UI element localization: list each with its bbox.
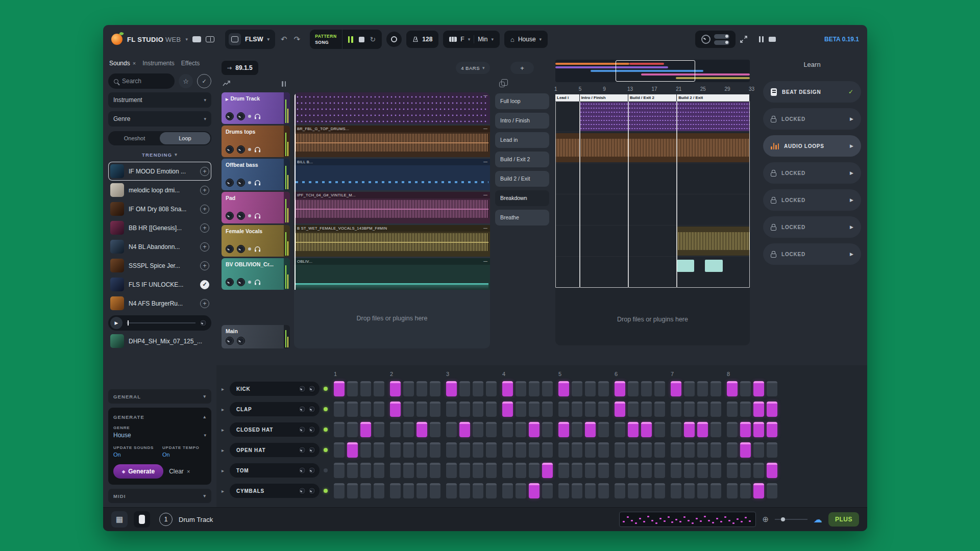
channel-button[interactable]: TOM xyxy=(230,463,320,478)
channel-volume-knob[interactable] xyxy=(308,406,315,413)
step-cell[interactable] xyxy=(360,422,371,437)
progress-bar[interactable] xyxy=(127,322,195,323)
step-cell[interactable] xyxy=(403,402,414,417)
step-cell[interactable] xyxy=(572,402,582,417)
step-cell[interactable] xyxy=(502,381,513,396)
channel-volume-knob[interactable] xyxy=(308,446,315,454)
step-cell[interactable] xyxy=(486,402,497,417)
step-cell[interactable] xyxy=(516,422,526,437)
step-cell[interactable] xyxy=(403,483,414,498)
step-cell[interactable] xyxy=(502,422,513,437)
project-selector[interactable]: FLSW ▾ xyxy=(225,30,275,49)
step-cell[interactable] xyxy=(347,483,358,498)
headphones-icon[interactable] xyxy=(254,246,261,252)
step-cell[interactable] xyxy=(727,381,738,396)
step-cell[interactable] xyxy=(740,381,751,396)
search-input[interactable] xyxy=(122,78,168,85)
close-icon[interactable]: × xyxy=(133,60,136,66)
step-cell[interactable] xyxy=(710,402,721,417)
mixer-icon[interactable] xyxy=(759,36,764,42)
check-icon[interactable]: ✓ xyxy=(848,88,853,95)
step-cell[interactable] xyxy=(615,442,625,458)
update-tempo-toggle[interactable]: On xyxy=(162,452,206,458)
generate-genre-select[interactable]: House▾ xyxy=(113,432,206,439)
step-cell[interactable] xyxy=(558,381,569,396)
step-cell[interactable] xyxy=(529,463,540,478)
play-icon[interactable]: ▶ xyxy=(850,170,853,176)
pan-knob[interactable] xyxy=(226,337,234,345)
pattern-song-toggle[interactable]: PATTERN SONG xyxy=(310,30,342,49)
step-cell[interactable] xyxy=(446,442,457,458)
step-cell[interactable] xyxy=(486,422,497,437)
step-cell[interactable] xyxy=(628,483,639,498)
step-cell[interactable] xyxy=(374,422,384,437)
play-icon[interactable]: ▶ xyxy=(850,116,853,121)
section-button[interactable]: Full loop xyxy=(495,93,549,109)
step-cell[interactable] xyxy=(473,483,483,498)
step-cell[interactable] xyxy=(697,463,708,478)
channel-pan-knob[interactable] xyxy=(299,467,306,474)
add-button[interactable]: + xyxy=(200,223,209,233)
clip-lane[interactable]: BR_FBL_G_TOP_DRUMS...— xyxy=(294,126,490,157)
step-cell[interactable] xyxy=(459,463,470,478)
clip-lane[interactable]: BILL B...— xyxy=(294,159,490,190)
step-cell[interactable] xyxy=(459,483,470,498)
section-tab[interactable]: Lead i xyxy=(555,94,580,101)
section-tab[interactable]: Build / Exit 2 xyxy=(628,94,677,101)
step-cell[interactable] xyxy=(430,442,440,458)
sound-list-item[interactable]: IF OM Dry 808 Sna...+ xyxy=(108,199,211,218)
step-cell[interactable] xyxy=(654,463,665,478)
channel-button[interactable]: CLOSED HAT xyxy=(230,422,320,437)
loop-option[interactable]: Loop xyxy=(160,132,210,144)
step-cell[interactable] xyxy=(767,402,777,417)
step-cell[interactable] xyxy=(334,442,345,458)
step-cell[interactable] xyxy=(572,422,582,437)
step-cell[interactable] xyxy=(740,442,751,458)
step-cell[interactable] xyxy=(727,463,738,478)
step-cell[interactable] xyxy=(654,483,665,498)
step-cell[interactable] xyxy=(542,402,553,417)
step-cell[interactable] xyxy=(628,463,639,478)
headphones-icon[interactable] xyxy=(254,113,261,119)
step-cell[interactable] xyxy=(416,463,427,478)
play-button[interactable]: ▶ xyxy=(110,317,122,329)
channel-led[interactable] xyxy=(324,489,328,493)
record-button[interactable] xyxy=(386,32,402,47)
step-cell[interactable] xyxy=(516,483,526,498)
step-cell[interactable] xyxy=(473,381,483,396)
channel-pan-knob[interactable] xyxy=(299,426,306,433)
step-cell[interactable] xyxy=(753,402,764,417)
step-cell[interactable] xyxy=(486,483,497,498)
bars-selector[interactable]: 4 BARS▾ xyxy=(456,62,490,74)
step-cell[interactable] xyxy=(516,402,526,417)
step-cell[interactable] xyxy=(390,463,401,478)
step-cell[interactable] xyxy=(710,381,721,396)
step-cell[interactable] xyxy=(710,483,721,498)
step-cell[interactable] xyxy=(585,381,596,396)
step-cell[interactable] xyxy=(542,442,553,458)
step-cell[interactable] xyxy=(374,381,384,396)
step-cell[interactable] xyxy=(430,402,440,417)
step-cell[interactable] xyxy=(558,463,569,478)
step-cell[interactable] xyxy=(446,381,457,396)
arrangement-panel[interactable]: Lead iIntro / FinishBuild / Exit 2Build … xyxy=(555,94,750,345)
step-cell[interactable] xyxy=(615,463,625,478)
step-cell[interactable] xyxy=(767,442,777,458)
channel-button[interactable]: CYMBALS xyxy=(230,484,320,498)
add-button[interactable]: + xyxy=(200,186,209,195)
headphones-icon[interactable] xyxy=(254,180,261,186)
step-cell[interactable] xyxy=(767,381,777,396)
track-card[interactable]: Female Vocals xyxy=(222,225,290,257)
step-cell[interactable] xyxy=(654,381,665,396)
step-cell[interactable] xyxy=(671,442,681,458)
view-toggle-controls[interactable] xyxy=(695,31,736,48)
step-cell[interactable] xyxy=(671,422,681,437)
step-cell[interactable] xyxy=(446,402,457,417)
step-cell[interactable] xyxy=(529,422,540,437)
track-card[interactable]: Drums tops xyxy=(222,126,290,157)
section-button[interactable]: Lead in xyxy=(495,132,549,148)
step-cell[interactable] xyxy=(516,381,526,396)
minimap-viewport[interactable] xyxy=(616,60,695,82)
step-cell[interactable] xyxy=(390,442,401,458)
step-cell[interactable] xyxy=(615,483,625,498)
